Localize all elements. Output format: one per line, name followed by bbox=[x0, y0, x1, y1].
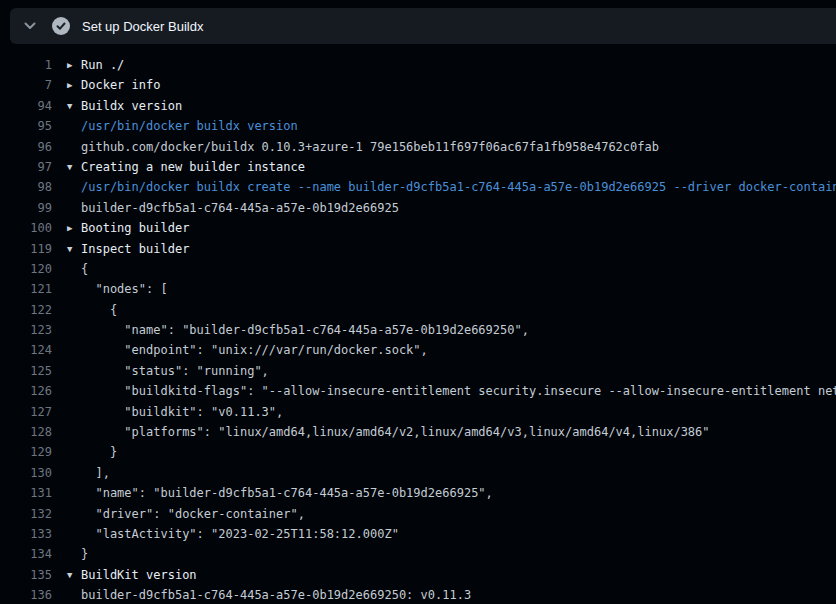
marker-spacer bbox=[67, 381, 81, 401]
marker-spacer bbox=[67, 259, 81, 279]
marker-spacer bbox=[67, 279, 81, 299]
log-line-text: "platforms": "linux/amd64,linux/amd64/v2… bbox=[81, 422, 710, 442]
log-line[interactable]: 100 ▶ Booting builder bbox=[0, 218, 836, 238]
line-number[interactable]: 119 bbox=[0, 239, 52, 259]
marker-spacer bbox=[67, 442, 81, 462]
marker-spacer bbox=[67, 177, 81, 197]
line-number[interactable]: 136 bbox=[0, 585, 52, 604]
marker-spacer bbox=[67, 585, 81, 604]
log-line: 96 github.com/docker/buildx 0.10.3+azure… bbox=[0, 137, 836, 157]
log-line-text: "nodes": [ bbox=[81, 279, 168, 299]
line-number[interactable]: 131 bbox=[0, 483, 52, 503]
log-line-text: builder-d9cfb5a1-c764-445a-a57e-0b19d2e6… bbox=[81, 198, 399, 218]
marker-spacer bbox=[67, 524, 81, 544]
log-line-text: { bbox=[81, 259, 88, 279]
chevron-down-icon[interactable] bbox=[22, 18, 38, 34]
marker-spacer bbox=[67, 544, 81, 564]
marker-spacer bbox=[67, 116, 81, 136]
line-number[interactable]: 123 bbox=[0, 320, 52, 340]
line-number[interactable]: 99 bbox=[0, 198, 52, 218]
line-number[interactable]: 122 bbox=[0, 300, 52, 320]
marker-spacer bbox=[67, 137, 81, 157]
log-line[interactable]: 119 ▼ Inspect builder bbox=[0, 239, 836, 259]
step-title: Set up Docker Buildx bbox=[82, 19, 203, 34]
group-toggle-icon[interactable]: ▼ bbox=[67, 565, 81, 585]
log-line-text: "name": "builder-d9cfb5a1-c764-445a-a57e… bbox=[81, 483, 493, 503]
log-line-text: BuildKit version bbox=[81, 565, 197, 585]
log-line: 122 { bbox=[0, 300, 836, 320]
log-line: 124 "endpoint": "unix:///var/run/docker.… bbox=[0, 340, 836, 360]
log-line-text: "status": "running", bbox=[81, 361, 269, 381]
log-line-text: builder-d9cfb5a1-c764-445a-a57e-0b19d2e6… bbox=[81, 585, 471, 604]
log-line-text: "endpoint": "unix:///var/run/docker.sock… bbox=[81, 340, 428, 360]
line-number[interactable]: 130 bbox=[0, 463, 52, 483]
group-toggle-icon[interactable]: ▼ bbox=[67, 96, 81, 116]
line-number[interactable]: 132 bbox=[0, 504, 52, 524]
line-number[interactable]: 121 bbox=[0, 279, 52, 299]
log-line: 99 builder-d9cfb5a1-c764-445a-a57e-0b19d… bbox=[0, 198, 836, 218]
log-line: 134 } bbox=[0, 544, 836, 564]
log-line-text: "lastActivity": "2023-02-25T11:58:12.000… bbox=[81, 524, 399, 544]
marker-spacer bbox=[67, 402, 81, 422]
line-number[interactable]: 98 bbox=[0, 177, 52, 197]
log-line-text: Inspect builder bbox=[81, 239, 189, 259]
log-line-text: /usr/bin/docker buildx create --name bui… bbox=[81, 177, 836, 197]
log-line[interactable]: 7 ▶ Docker info bbox=[0, 75, 836, 95]
log-line[interactable]: 94 ▼ Buildx version bbox=[0, 96, 836, 116]
log-line: 127 "buildkit": "v0.11.3", bbox=[0, 402, 836, 422]
line-number[interactable]: 7 bbox=[0, 75, 52, 95]
line-number[interactable]: 125 bbox=[0, 361, 52, 381]
log-line: 125 "status": "running", bbox=[0, 361, 836, 381]
log-line-text: /usr/bin/docker buildx version bbox=[81, 116, 298, 136]
log-line[interactable]: 97 ▼ Creating a new builder instance bbox=[0, 157, 836, 177]
line-number[interactable]: 134 bbox=[0, 544, 52, 564]
group-toggle-icon[interactable]: ▶ bbox=[67, 218, 81, 238]
line-number[interactable]: 1 bbox=[0, 55, 52, 75]
group-toggle-icon[interactable]: ▶ bbox=[67, 55, 81, 75]
log-line: 121 "nodes": [ bbox=[0, 279, 836, 299]
line-number[interactable]: 124 bbox=[0, 340, 52, 360]
log-line-text: "buildkit": "v0.11.3", bbox=[81, 402, 283, 422]
line-number[interactable]: 126 bbox=[0, 381, 52, 401]
log-line[interactable]: 135 ▼ BuildKit version bbox=[0, 565, 836, 585]
step-status-check-icon bbox=[52, 17, 70, 35]
log-line-text: github.com/docker/buildx 0.10.3+azure-1 … bbox=[81, 137, 659, 157]
marker-spacer bbox=[67, 340, 81, 360]
group-toggle-icon[interactable]: ▼ bbox=[67, 239, 81, 259]
log-area: 1 ▶ Run ./ 7 ▶ Docker info 94 ▼ Buildx v… bbox=[0, 55, 836, 604]
log-line: 95 /usr/bin/docker buildx version bbox=[0, 116, 836, 136]
marker-spacer bbox=[67, 198, 81, 218]
marker-spacer bbox=[67, 463, 81, 483]
log-line-text: } bbox=[81, 442, 117, 462]
line-number[interactable]: 96 bbox=[0, 137, 52, 157]
group-toggle-icon[interactable]: ▶ bbox=[67, 75, 81, 95]
line-number[interactable]: 129 bbox=[0, 442, 52, 462]
marker-spacer bbox=[67, 504, 81, 524]
line-number[interactable]: 127 bbox=[0, 402, 52, 422]
group-toggle-icon[interactable]: ▼ bbox=[67, 157, 81, 177]
log-line[interactable]: 1 ▶ Run ./ bbox=[0, 55, 836, 75]
log-line: 120 { bbox=[0, 259, 836, 279]
log-line: 126 "buildkitd-flags": "--allow-insecure… bbox=[0, 381, 836, 401]
log-line-text: Docker info bbox=[81, 75, 160, 95]
line-number[interactable]: 97 bbox=[0, 157, 52, 177]
line-number[interactable]: 95 bbox=[0, 116, 52, 136]
log-line: 136 builder-d9cfb5a1-c764-445a-a57e-0b19… bbox=[0, 585, 836, 604]
log-line-text: Booting builder bbox=[81, 218, 189, 238]
line-number[interactable]: 94 bbox=[0, 96, 52, 116]
log-line-text: } bbox=[81, 544, 88, 564]
log-line-text: "buildkitd-flags": "--allow-insecure-ent… bbox=[81, 381, 836, 401]
step-header[interactable]: Set up Docker Buildx bbox=[10, 8, 836, 44]
line-number[interactable]: 100 bbox=[0, 218, 52, 238]
marker-spacer bbox=[67, 361, 81, 381]
log-line: 130 ], bbox=[0, 463, 836, 483]
log-line: 98 /usr/bin/docker buildx create --name … bbox=[0, 177, 836, 197]
log-line: 129 } bbox=[0, 442, 836, 462]
log-line-text: "name": "builder-d9cfb5a1-c764-445a-a57e… bbox=[81, 320, 529, 340]
line-number[interactable]: 135 bbox=[0, 565, 52, 585]
line-number[interactable]: 128 bbox=[0, 422, 52, 442]
log-line-text: ], bbox=[81, 463, 110, 483]
log-line: 128 "platforms": "linux/amd64,linux/amd6… bbox=[0, 422, 836, 442]
line-number[interactable]: 133 bbox=[0, 524, 52, 544]
line-number[interactable]: 120 bbox=[0, 259, 52, 279]
